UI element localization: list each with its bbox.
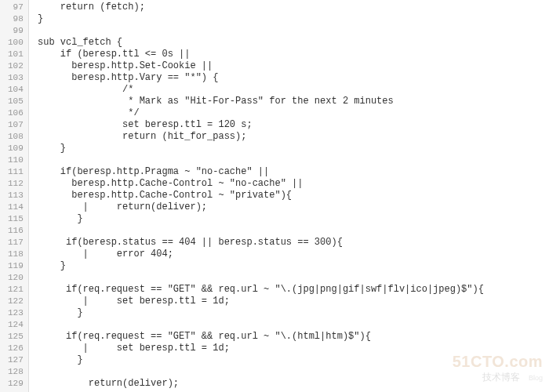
code-line: } <box>32 354 549 366</box>
code-line <box>32 154 549 166</box>
line-number: 97 <box>8 2 24 13</box>
line-number: 115 <box>8 213 24 225</box>
code-line: */ <box>32 107 549 119</box>
code-line: sub vcl_fetch { <box>32 37 549 49</box>
code-line: beresp.http.Set-Cookie || <box>32 60 549 72</box>
line-number: 117 <box>8 237 24 249</box>
line-number: 103 <box>8 72 24 84</box>
code-line: return(deliver); <box>32 378 549 390</box>
line-number: 110 <box>8 154 24 166</box>
code-line <box>32 319 549 331</box>
line-number: 118 <box>8 249 24 260</box>
code-line: } <box>32 307 549 319</box>
line-number: 129 <box>8 378 24 390</box>
code-line: if(req.request == "GET" && req.url ~ "\.… <box>32 284 549 296</box>
line-number: 120 <box>8 272 24 284</box>
code-line: | set beresp.ttl = 1d; <box>32 296 549 307</box>
code-line: if(beresp.http.Pragma ~ "no-cache" || <box>32 166 549 178</box>
code-container: 9798991001011021031041051061071081091101… <box>0 0 549 392</box>
code-line <box>32 366 549 378</box>
line-number: 109 <box>8 143 24 154</box>
line-number: 106 <box>8 107 24 119</box>
code-line: } <box>32 143 549 154</box>
line-number: 127 <box>8 354 24 366</box>
line-number: 126 <box>8 343 24 354</box>
code-line <box>32 225 549 237</box>
line-number: 107 <box>8 119 24 131</box>
line-number: 123 <box>8 307 24 319</box>
code-line: beresp.http.Cache-Control ~ "private"){ <box>32 190 549 201</box>
line-number: 116 <box>8 225 24 237</box>
line-number: 113 <box>8 190 24 201</box>
code-line: | return(deliver); <box>32 201 549 213</box>
code-line: beresp.http.Cache-Control ~ "no-cache" |… <box>32 178 549 190</box>
line-number: 125 <box>8 331 24 343</box>
code-line <box>32 25 549 37</box>
line-number: 100 <box>8 37 24 49</box>
line-number: 119 <box>8 260 24 272</box>
line-number: 101 <box>8 49 24 60</box>
line-number: 121 <box>8 284 24 296</box>
code-line: | error 404; <box>32 249 549 260</box>
code-content: return (fetch); } sub vcl_fetch { if (be… <box>29 0 549 392</box>
code-line: * Mark as "Hit-For-Pass" for the next 2 … <box>32 96 549 107</box>
code-line: if(beresp.status == 404 || beresp.status… <box>32 237 549 249</box>
line-number: 98 <box>8 13 24 25</box>
code-line <box>32 272 549 284</box>
code-line: } <box>32 213 549 225</box>
code-line: } <box>32 13 549 25</box>
line-number: 112 <box>8 178 24 190</box>
code-line: set beresp.ttl = 120 s; <box>32 119 549 131</box>
code-line: if(req.request == "GET" && req.url ~ "\.… <box>32 331 549 343</box>
code-line: return (hit_for_pass); <box>32 131 549 143</box>
code-line: beresp.http.Vary == "*") { <box>32 72 549 84</box>
code-line: } <box>32 260 549 272</box>
line-number: 102 <box>8 60 24 72</box>
line-number: 128 <box>8 366 24 378</box>
code-line: | set beresp.ttl = 1d; <box>32 343 549 354</box>
line-number-gutter: 9798991001011021031041051061071081091101… <box>0 0 29 392</box>
line-number: 122 <box>8 296 24 307</box>
line-number: 104 <box>8 84 24 96</box>
code-line: /* <box>32 84 549 96</box>
line-number: 124 <box>8 319 24 331</box>
line-number: 111 <box>8 166 24 178</box>
code-line: if (beresp.ttl <= 0s || <box>32 49 549 60</box>
line-number: 108 <box>8 131 24 143</box>
code-line: return (fetch); <box>32 2 549 13</box>
line-number: 114 <box>8 201 24 213</box>
line-number: 105 <box>8 96 24 107</box>
line-number: 99 <box>8 25 24 37</box>
